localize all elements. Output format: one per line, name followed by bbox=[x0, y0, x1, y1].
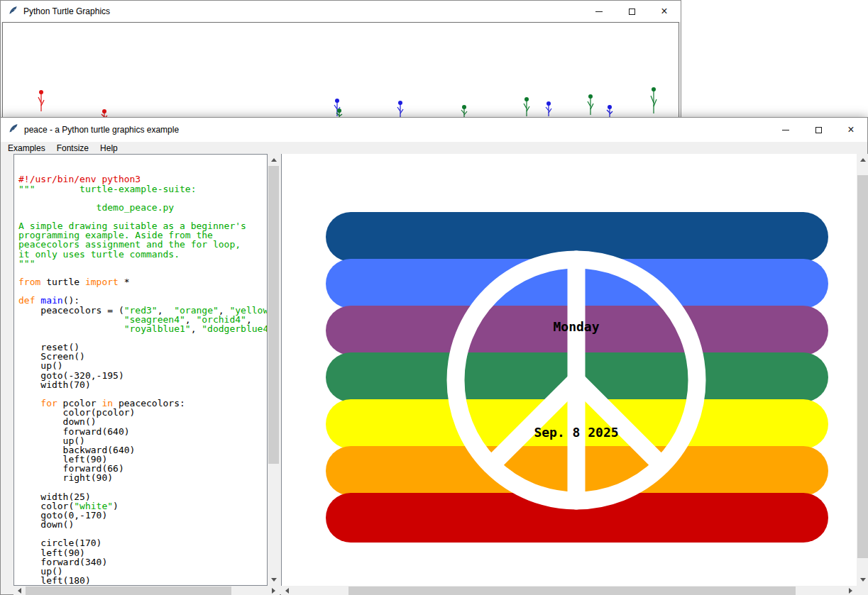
arrow-down-icon bbox=[271, 578, 277, 582]
maximize-button[interactable] bbox=[802, 118, 835, 142]
menu-fontsize[interactable]: Fontsize bbox=[51, 143, 94, 154]
scroll-left-button[interactable] bbox=[281, 586, 293, 595]
minimize-button[interactable] bbox=[769, 118, 802, 142]
arrow-right-icon bbox=[849, 588, 852, 594]
background-window-title: Python Turtle Graphics bbox=[23, 6, 110, 16]
scroll-down-button[interactable] bbox=[857, 574, 868, 586]
code-pane[interactable]: #!/usr/bin/env python3""" turtle-example… bbox=[13, 154, 268, 586]
canvas-text-1: Sep. 8 2025 bbox=[534, 425, 618, 440]
peace-titlebar: peace - a Python turtle graphics example… bbox=[1, 118, 867, 142]
scroll-up-button[interactable] bbox=[268, 154, 280, 166]
code-vscroll-thumb[interactable] bbox=[268, 166, 279, 464]
close-icon: × bbox=[847, 124, 854, 135]
canvas-text-0: Monday bbox=[553, 319, 599, 334]
code-vscrollbar[interactable] bbox=[268, 154, 280, 586]
tree bbox=[524, 97, 529, 116]
tree bbox=[38, 90, 44, 111]
minimize-button[interactable] bbox=[583, 1, 615, 22]
arrow-up-icon bbox=[271, 158, 277, 162]
scroll-up-button[interactable] bbox=[857, 154, 868, 166]
turtle-canvas: MondaySep. 8 2025 bbox=[281, 154, 857, 586]
scroll-right-button[interactable] bbox=[845, 586, 857, 595]
scroll-left-button[interactable] bbox=[13, 586, 26, 595]
tree bbox=[397, 101, 403, 118]
tree bbox=[651, 87, 657, 113]
minimize-icon bbox=[782, 130, 789, 130]
code-hscrollbar[interactable] bbox=[13, 586, 280, 595]
arrow-left-icon bbox=[18, 588, 21, 594]
canvas-hscrollbar[interactable] bbox=[281, 586, 857, 595]
close-icon: × bbox=[661, 6, 667, 17]
scroll-right-button[interactable] bbox=[268, 586, 280, 595]
menu-examples[interactable]: Examples bbox=[2, 143, 51, 154]
maximize-icon bbox=[629, 9, 635, 15]
menu-help[interactable]: Help bbox=[94, 143, 123, 154]
tree bbox=[588, 94, 593, 115]
arrow-up-icon bbox=[860, 158, 866, 162]
maximize-icon bbox=[815, 127, 822, 133]
peace-window: peace - a Python turtle graphics example… bbox=[0, 117, 868, 595]
peace-window-title: peace - a Python turtle graphics example bbox=[24, 125, 179, 135]
feather-icon bbox=[8, 123, 19, 137]
background-titlebar: Python Turtle Graphics × bbox=[1, 1, 681, 22]
close-button[interactable]: × bbox=[648, 1, 681, 22]
arrow-left-icon bbox=[285, 588, 289, 594]
arrow-down-icon bbox=[860, 578, 866, 582]
arrow-right-icon bbox=[272, 588, 275, 594]
code-hscroll-thumb[interactable] bbox=[26, 586, 231, 595]
tree bbox=[607, 105, 612, 117]
peace-symbol bbox=[282, 154, 857, 586]
feather-icon bbox=[8, 5, 18, 18]
canvas-hscroll-thumb[interactable] bbox=[348, 586, 796, 595]
menubar: Examples Fontsize Help bbox=[1, 142, 867, 154]
maximize-button[interactable] bbox=[615, 1, 648, 22]
canvas-vscroll-thumb[interactable] bbox=[857, 175, 868, 558]
close-button[interactable]: × bbox=[835, 118, 867, 142]
tree bbox=[546, 101, 551, 116]
code-text: #!/usr/bin/env python3""" turtle-example… bbox=[18, 174, 267, 586]
minimize-icon bbox=[595, 11, 603, 12]
scrollbar-corner bbox=[857, 586, 868, 595]
canvas-vscrollbar[interactable] bbox=[857, 154, 868, 586]
scroll-down-button[interactable] bbox=[268, 574, 280, 586]
